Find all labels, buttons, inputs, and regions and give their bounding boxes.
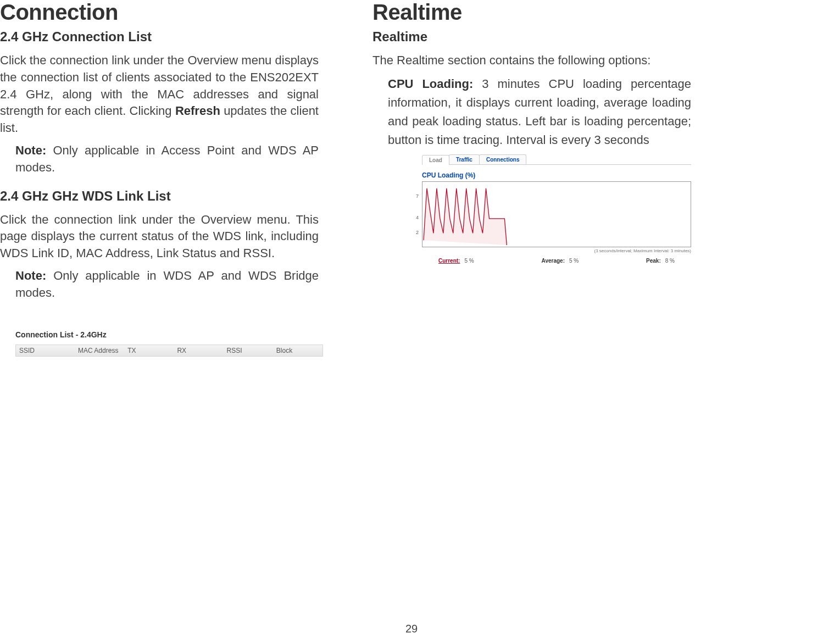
refresh-label: Refresh [175,104,220,118]
heading-realtime: Realtime [372,0,691,25]
chart-footer: (3 seconds/interval; Maximum Interval: 3… [422,248,691,253]
chart-line [424,188,507,245]
note-conn-list: Note: Only applicable in Access Point an… [0,142,319,176]
stat-current: Current:5 % [438,258,474,264]
cpu-loading-label: CPU Loading: [388,77,473,91]
stat-peak: Peak:8 % [646,258,675,264]
connection-list-title: Connection List - 2.4GHz [15,330,323,339]
tab-connections[interactable]: Connections [479,154,527,164]
heading-connection: Connection [0,0,319,25]
peak-value: 8 % [665,258,675,264]
page-number: 29 [405,623,418,635]
note-wds: Note: Only applicable in WDS AP and WDS … [0,268,319,302]
peak-label: Peak: [646,258,661,264]
tab-load[interactable]: Load [422,155,449,165]
subheading-24ghz-conn-list: 2.4 GHz Connection List [0,29,319,45]
note-text: Only applicable in Access Point and WDS … [15,143,319,174]
realtime-intro: The Realtime section contains the follow… [372,52,691,69]
chart-svg [422,182,691,247]
note-label: Note: [15,269,46,282]
current-label[interactable]: Current: [438,258,460,264]
chart-tabs: Load Traffic Connections [422,154,691,165]
stat-average: Average:5 % [542,258,579,264]
average-value: 5 % [569,258,579,264]
col-rx: RX [174,347,223,354]
connection-list-widget: Connection List - 2.4GHz SSID MAC Addres… [15,330,323,357]
subheading-realtime: Realtime [372,29,691,45]
connection-list-header: SSID MAC Address TX RX RSSI Block [15,345,323,357]
chart-area: 7 4 2 [422,181,691,247]
paragraph-wds: Click the connection link under the Over… [0,212,319,262]
current-value: 5 % [464,258,474,264]
tab-traffic[interactable]: Traffic [449,154,480,164]
average-label: Average: [542,258,565,264]
paragraph-conn-list: Click the connection link under the Over… [0,52,319,137]
subheading-wds-link-list: 2.4 GHz GHz WDS Link List [0,188,319,204]
ytick-2: 2 [416,230,419,235]
col-ssid: SSID [16,347,75,354]
ytick-7: 7 [416,193,419,199]
cpu-chart-widget: Load Traffic Connections CPU Loading (%)… [422,154,691,264]
col-rssi: RSSI [224,347,273,354]
note-text: Only applicable in WDS AP and WDS Bridge… [15,269,319,299]
col-tx: TX [124,347,174,354]
col-mac: MAC Address [75,347,124,354]
note-label: Note: [15,143,46,157]
chart-title: CPU Loading (%) [422,171,691,179]
col-block: Block [273,347,322,354]
chart-stats: Current:5 % Average:5 % Peak:8 % [422,258,691,264]
cpu-loading-desc: CPU Loading: 3 minutes CPU loading perce… [372,75,691,149]
ytick-4: 4 [416,215,419,220]
